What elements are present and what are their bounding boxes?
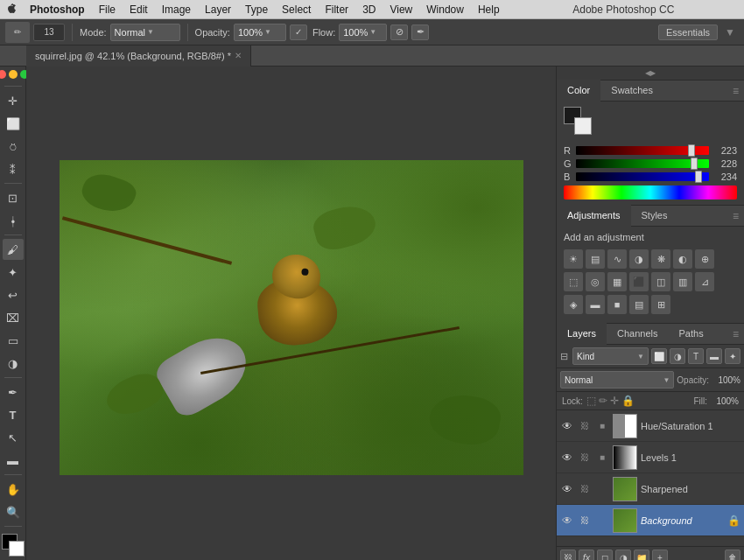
filter-type-icon[interactable]: T <box>688 348 704 364</box>
type-tool[interactable]: T <box>3 404 24 425</box>
layer-group-btn[interactable]: 📁 <box>634 550 649 560</box>
swatches-tab[interactable]: Swatches <box>600 80 663 102</box>
hue-sat-adj[interactable]: ◐ <box>673 249 692 269</box>
opacity-dropdown[interactable]: 100% ▼ <box>234 24 286 41</box>
eyedropper-tool[interactable]: ⍿ <box>3 210 24 231</box>
menu-window[interactable]: Window <box>419 2 471 18</box>
menu-view[interactable]: View <box>383 2 419 18</box>
layers-tab[interactable]: Layers <box>557 323 607 346</box>
airbrush-toggle[interactable]: ✓ <box>290 24 307 40</box>
selective-color-adj[interactable]: ◈ <box>564 295 583 314</box>
b-slider-thumb[interactable] <box>695 171 702 183</box>
layer-mask-hue-sat[interactable]: ■ <box>595 419 609 433</box>
styles-tab[interactable]: Styles <box>631 205 678 228</box>
magic-wand-tool[interactable]: ⁑ <box>3 158 24 179</box>
flow-dropdown[interactable]: 100% ▼ <box>339 24 387 41</box>
gradient-map-adj[interactable]: ▬ <box>586 295 605 314</box>
bw-adj[interactable]: ⬚ <box>564 272 583 291</box>
image-canvas[interactable] <box>60 160 523 475</box>
eraser-tool[interactable]: ⌧ <box>3 307 24 328</box>
brush-tool[interactable]: 🖌 <box>3 239 24 260</box>
photo-filter-adj[interactable]: ◎ <box>586 272 605 291</box>
fg-bg-swatch-container[interactable] <box>564 107 600 142</box>
layer-mask-btn[interactable]: ◻ <box>597 550 613 560</box>
color-swatch-container[interactable] <box>2 534 25 556</box>
layer-options-hue-sat[interactable]: ⛓ <box>578 419 592 433</box>
marquee-tool[interactable]: ⬜ <box>3 113 24 134</box>
menu-image[interactable]: Image <box>155 2 198 18</box>
essentials-arrow[interactable]: ▼ <box>721 26 739 38</box>
background-color[interactable] <box>9 541 25 556</box>
menu-file[interactable]: File <box>92 2 123 18</box>
layer-options-levels[interactable]: ⛓ <box>578 451 592 465</box>
color-spectrum[interactable] <box>564 186 737 200</box>
blend-mode-dropdown[interactable]: Normal ▼ <box>560 371 674 388</box>
pen-tool[interactable]: ✒ <box>3 382 24 402</box>
hand-tool[interactable]: ✋ <box>3 479 24 500</box>
invert-adj[interactable]: ◫ <box>651 272 670 291</box>
pattern-adj[interactable]: ⊞ <box>651 295 670 314</box>
b-value[interactable]: 234 <box>712 172 737 182</box>
layer-item-levels[interactable]: 👁 ⛓ ■ Levels 1 <box>557 442 744 473</box>
color-panel-menu[interactable]: ≡ <box>727 85 744 97</box>
layer-visibility-hue-sat[interactable]: 👁 <box>560 419 574 433</box>
opacity-value[interactable]: 100% <box>712 375 740 385</box>
adjustments-tab[interactable]: Adjustments <box>557 205 631 228</box>
lasso-tool[interactable]: ⍥ <box>3 136 24 157</box>
lock-position-icon[interactable]: ✛ <box>610 395 619 407</box>
lock-all-icon[interactable]: 🔒 <box>621 395 635 407</box>
r-value[interactable]: 223 <box>712 145 737 156</box>
move-tool[interactable]: ✛ <box>3 90 24 111</box>
layer-item-sharpened[interactable]: 👁 ⛓ Sharpened <box>557 473 744 505</box>
r-slider-thumb[interactable] <box>688 144 695 157</box>
pen-icon[interactable]: ✒ <box>411 24 429 40</box>
filter-shape-icon[interactable]: ▬ <box>706 348 722 364</box>
gradient-adj[interactable]: ▤ <box>629 295 649 314</box>
color-balance-adj[interactable]: ⊕ <box>695 249 714 269</box>
filter-smart-icon[interactable]: ✦ <box>725 348 740 364</box>
menu-edit[interactable]: Edit <box>123 2 155 18</box>
filter-adj-icon[interactable]: ◑ <box>670 348 685 364</box>
layer-delete-btn[interactable]: 🗑 <box>725 550 740 560</box>
dodge-tool[interactable]: ◑ <box>3 353 24 374</box>
layer-new-btn[interactable]: + <box>652 550 668 560</box>
app-name[interactable]: Photoshop <box>23 2 92 18</box>
layer-options-background[interactable]: ⛓ <box>578 514 592 528</box>
adj-panel-menu[interactable]: ≡ <box>727 210 744 222</box>
layers-panel-menu[interactable]: ≡ <box>727 328 744 340</box>
clone-stamp-tool[interactable]: ✦ <box>3 262 24 283</box>
document-tab[interactable]: squirrel.jpg @ 42.1% (Background, RGB/8#… <box>26 46 251 66</box>
shape-tool[interactable]: ▬ <box>3 450 24 471</box>
close-window-btn[interactable] <box>0 70 6 79</box>
layer-item-hue-sat[interactable]: 👁 ⛓ ■ Hue/Saturation 1 <box>557 410 744 442</box>
mode-dropdown[interactable]: Normal ▼ <box>110 24 180 41</box>
fill-value[interactable]: 100% <box>711 396 739 406</box>
vibrance-adj[interactable]: ❋ <box>651 249 670 269</box>
g-slider-thumb[interactable] <box>691 158 698 170</box>
apple-menu[interactable] <box>4 4 23 16</box>
r-slider-track[interactable] <box>576 146 709 155</box>
menu-filter[interactable]: Filter <box>318 2 355 18</box>
channel-mixer-adj[interactable]: ▦ <box>607 272 627 291</box>
paths-tab[interactable]: Paths <box>669 323 714 346</box>
b-slider-track[interactable] <box>576 172 709 181</box>
g-slider-track[interactable] <box>576 159 709 168</box>
tablet-pressure-icon[interactable]: ⊘ <box>390 24 408 40</box>
layer-mask-levels[interactable]: ■ <box>595 451 609 465</box>
minimize-window-btn[interactable] <box>9 70 18 79</box>
gradient-tool[interactable]: ▭ <box>3 330 24 351</box>
channels-tab[interactable]: Channels <box>607 323 668 346</box>
layer-adj-btn[interactable]: ◑ <box>615 550 631 560</box>
layer-item-background[interactable]: 👁 ⛓ Background 🔒 <box>557 505 744 536</box>
zoom-tool[interactable]: 🔍 <box>3 501 24 522</box>
layer-visibility-levels[interactable]: 👁 <box>560 451 574 465</box>
menu-type[interactable]: Type <box>238 2 275 18</box>
lock-paint-icon[interactable]: ✏ <box>599 395 607 407</box>
layer-visibility-background[interactable]: 👁 <box>560 514 574 528</box>
brightness-contrast-adj[interactable]: ☀ <box>564 249 583 269</box>
layer-link-btn[interactable]: ⛓ <box>560 550 576 560</box>
g-value[interactable]: 228 <box>712 158 737 169</box>
filter-kind-dropdown[interactable]: Kind ▼ <box>572 347 649 365</box>
curves-adj[interactable]: ∿ <box>607 249 627 269</box>
exposure-adj[interactable]: ◑ <box>629 249 649 269</box>
